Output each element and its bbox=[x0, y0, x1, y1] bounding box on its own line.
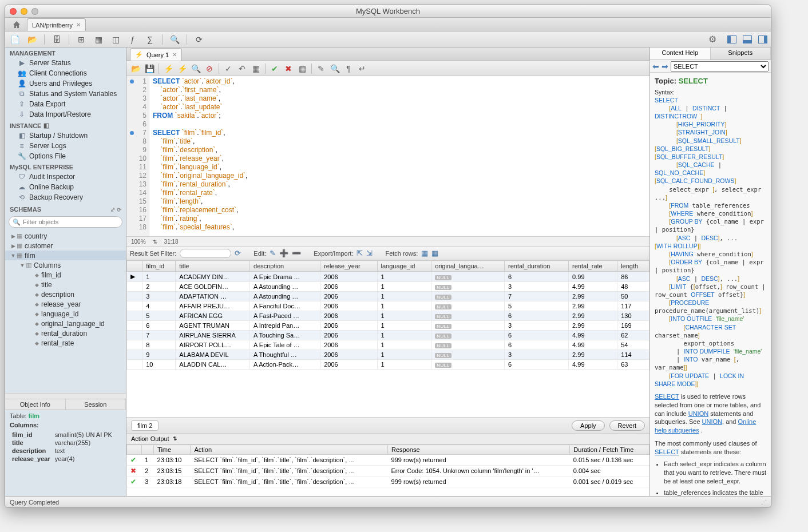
sidebar-item[interactable]: ☁Online Backup bbox=[5, 182, 126, 192]
disclosure-icon[interactable]: ▶ bbox=[10, 233, 17, 239]
tree-row[interactable]: ◆rental_duration bbox=[5, 328, 126, 338]
grid-header[interactable]: original_langua… bbox=[431, 261, 505, 272]
rs-filter-input[interactable] bbox=[180, 249, 231, 258]
action-row[interactable]: ✔123:03:10SELECT `film`.`film_id`, `film… bbox=[127, 455, 649, 466]
help-link-union2[interactable]: UNION bbox=[702, 418, 722, 425]
apply-button[interactable]: Apply bbox=[572, 420, 605, 431]
disclosure-icon[interactable]: ▼ bbox=[19, 263, 26, 268]
home-tab[interactable] bbox=[9, 18, 25, 31]
beautify-icon[interactable]: ✎ bbox=[315, 63, 327, 74]
resize-grip-icon[interactable]: ⋰ bbox=[761, 499, 766, 505]
action-output-grid[interactable]: TimeActionResponseDuration / Fetch Time✔… bbox=[126, 444, 649, 496]
wrap-icon[interactable]: ↵ bbox=[357, 63, 368, 74]
grid-cell[interactable]: A Touching Sa… bbox=[250, 331, 320, 340]
sidebar-item[interactable]: ⇪Data Export bbox=[5, 99, 126, 109]
grid-cell[interactable]: 1 bbox=[377, 331, 431, 340]
grid-row[interactable]: 7AIRPLANE SIERRAA Touching Sa…20061NULL6… bbox=[127, 331, 649, 340]
grid-row-marker[interactable] bbox=[127, 301, 142, 311]
execute-icon[interactable]: ⚡ bbox=[163, 63, 174, 74]
open-file-icon[interactable]: 📂 bbox=[130, 63, 141, 74]
tree-row[interactable]: ◆description bbox=[5, 289, 126, 299]
grid-row-marker[interactable] bbox=[127, 321, 142, 331]
grid-header[interactable]: title bbox=[176, 261, 250, 272]
grid-cell[interactable]: 50 bbox=[617, 292, 649, 301]
grid-cell[interactable]: ADAPTATION … bbox=[176, 292, 250, 301]
grid-cell[interactable]: 2006 bbox=[320, 282, 377, 292]
toggle-bottom-panel[interactable] bbox=[743, 35, 752, 43]
sidebar-item[interactable]: ⟲Backup Recovery bbox=[5, 192, 126, 203]
grid-cell[interactable]: 3 bbox=[505, 321, 569, 331]
query-tab[interactable]: ⚡ Query 1 ✕ bbox=[130, 48, 182, 61]
grid-cell[interactable]: 2.99 bbox=[569, 301, 617, 311]
grid-cell[interactable]: A Fast-Paced … bbox=[250, 311, 320, 321]
grid-row[interactable]: 2ACE GOLDFIN…A Astounding …20061NULL34.9… bbox=[127, 282, 649, 292]
grid-cell[interactable]: 2.99 bbox=[569, 350, 617, 360]
sidebar-item[interactable]: 👥Client Connections bbox=[5, 68, 126, 78]
grid-row[interactable]: 4AFFAIR PREJU…A Fanciful Doc…20061NULL52… bbox=[127, 301, 649, 311]
grid-cell[interactable]: 130 bbox=[617, 311, 649, 321]
schema-icon[interactable]: ⊞ bbox=[75, 33, 88, 46]
grid-header[interactable]: rental_rate bbox=[569, 261, 617, 272]
invisible-chars-icon[interactable]: ¶ bbox=[343, 63, 354, 74]
grid-cell[interactable]: NULL bbox=[431, 272, 505, 282]
tree-row[interactable]: ◆title bbox=[5, 280, 126, 289]
sidebar-item[interactable]: 👤Users and Privileges bbox=[5, 78, 126, 89]
grid-cell[interactable]: 2006 bbox=[320, 292, 377, 301]
schemas-expand-icon[interactable]: ⤢ ⟳ bbox=[110, 207, 121, 213]
limit-rows-icon[interactable]: ▦ bbox=[296, 63, 308, 74]
action-output-menu-icon[interactable]: ⇅ bbox=[173, 436, 177, 442]
grid-cell[interactable]: A Intrepid Pan… bbox=[250, 321, 320, 331]
grid-cell[interactable]: 2006 bbox=[320, 340, 377, 350]
execute-current-icon[interactable]: ⚡ bbox=[176, 63, 188, 74]
find-icon[interactable]: 🔍 bbox=[329, 63, 340, 74]
add-row-icon[interactable]: ➕ bbox=[279, 249, 288, 257]
grid-cell[interactable]: 2006 bbox=[320, 321, 377, 331]
help-fwd-icon[interactable]: ➡ bbox=[662, 62, 668, 71]
export-icon[interactable]: ⇱ bbox=[357, 249, 363, 257]
grid-cell[interactable]: 114 bbox=[617, 350, 649, 360]
grid-cell[interactable]: 1 bbox=[377, 321, 431, 331]
search-icon[interactable]: 🔍 bbox=[168, 33, 181, 46]
tree-row[interactable]: ▼▦film bbox=[5, 251, 126, 260]
grid-cell[interactable]: ACADEMY DIN… bbox=[176, 272, 250, 282]
grid-header[interactable]: release_year bbox=[320, 261, 377, 272]
object-info-tab[interactable]: Object Info bbox=[5, 399, 66, 410]
autocommit-icon[interactable]: ▦ bbox=[250, 63, 262, 74]
grid-cell[interactable]: 1 bbox=[377, 292, 431, 301]
help-link-select[interactable]: SELECT bbox=[655, 393, 679, 400]
stop-icon[interactable]: ⊘ bbox=[204, 63, 215, 74]
grid-cell[interactable]: 48 bbox=[617, 282, 649, 292]
import-icon[interactable]: ⇲ bbox=[366, 249, 373, 257]
grid-cell[interactable]: 117 bbox=[617, 301, 649, 311]
grid-cell[interactable]: A Astounding … bbox=[250, 292, 320, 301]
db-icon[interactable]: 🗄 bbox=[50, 33, 63, 46]
grid-cell[interactable]: 6 bbox=[505, 331, 569, 340]
grid-cell[interactable]: A Thoughtful … bbox=[250, 350, 320, 360]
fetch-next-icon[interactable]: ▦ bbox=[421, 249, 428, 257]
grid-cell[interactable]: A Epic Drama … bbox=[250, 272, 320, 282]
limit-off-icon[interactable]: ✖ bbox=[283, 63, 294, 74]
action-row[interactable]: ✔323:03:18SELECT `film`.`film_id`, `film… bbox=[127, 477, 649, 487]
context-help-tab[interactable]: Context Help bbox=[650, 47, 711, 59]
grid-cell[interactable]: 10 bbox=[142, 360, 176, 370]
help-topic-select[interactable]: SELECT bbox=[671, 61, 769, 72]
grid-cell[interactable]: 9 bbox=[142, 350, 176, 360]
session-tab[interactable]: Session bbox=[66, 399, 126, 410]
grid-cell[interactable]: 6 bbox=[505, 340, 569, 350]
grid-cell[interactable]: 0.99 bbox=[569, 272, 617, 282]
grid-cell[interactable]: A Fanciful Doc… bbox=[250, 301, 320, 311]
grid-header[interactable] bbox=[127, 261, 142, 272]
reconnect-icon[interactable]: ⟳ bbox=[193, 33, 205, 46]
editor-code[interactable]: SELECT `actor`.`actor_id`, `actor`.`firs… bbox=[149, 76, 649, 236]
grid-cell[interactable]: 2006 bbox=[320, 331, 377, 340]
grid-cell[interactable]: AIRPLANE SIERRA bbox=[176, 331, 250, 340]
grid-cell[interactable]: 1 bbox=[377, 272, 431, 282]
grid-cell[interactable]: 5 bbox=[142, 311, 176, 321]
grid-cell[interactable]: 63 bbox=[617, 360, 649, 370]
grid-row-marker[interactable] bbox=[127, 282, 142, 292]
fetch-all-icon[interactable]: ▦ bbox=[431, 249, 438, 257]
grid-header[interactable]: rental_duration bbox=[505, 261, 569, 272]
grid-cell[interactable]: 8 bbox=[142, 340, 176, 350]
grid-cell[interactable]: 6 bbox=[505, 272, 569, 282]
grid-cell[interactable]: 2006 bbox=[320, 350, 377, 360]
